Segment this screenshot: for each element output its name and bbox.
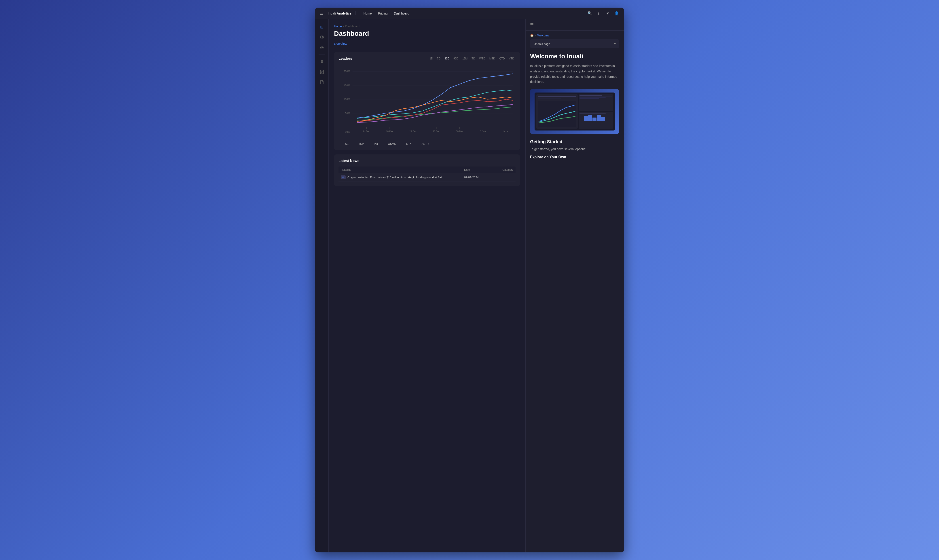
preview-right-panel	[578, 94, 613, 129]
legend-inj: INJ	[367, 142, 378, 146]
content-area: Home / Dashboard Dashboard Overview Lead…	[328, 19, 526, 552]
user-icon[interactable]: 👤	[613, 10, 620, 17]
legend-label-stx: STX	[406, 142, 412, 146]
svg-text:3 Jan: 3 Jan	[480, 130, 486, 133]
time-btn-ytd[interactable]: YTD	[507, 56, 515, 61]
news-headline-cell: ✉ Crypto custodian Finco raises $15 mill…	[341, 175, 459, 179]
legend-dot-sei	[339, 144, 344, 144]
news-table: Headline Date Category ✉ Crypto custodia…	[339, 166, 515, 182]
news-source-icon: ✉	[341, 175, 345, 179]
breadcrumb-current: Dashboard	[345, 25, 359, 28]
panel-breadcrumb: 🏠 › Welcome	[526, 31, 624, 39]
sidebar-icon-file[interactable]	[318, 78, 326, 86]
legend-dot-icp	[353, 144, 358, 144]
tab-overview[interactable]: Overview	[334, 42, 347, 48]
svg-text:100%: 100%	[344, 98, 350, 100]
time-btn-7d[interactable]: 7D	[436, 56, 442, 61]
legend-label-sei: SEI	[345, 142, 349, 146]
panel-breadcrumb-chevron: ›	[535, 34, 536, 37]
legend-osmo: OSMO	[381, 142, 396, 146]
panel-content: Welcome to Inuali Inuali is a platform d…	[526, 53, 624, 165]
panel-home-icon[interactable]: 🏠	[530, 34, 533, 37]
news-title: Latest News	[339, 159, 515, 163]
svg-text:22 Dec: 22 Dec	[409, 130, 417, 133]
sidebar-icon-chart[interactable]	[318, 33, 326, 42]
time-btn-td[interactable]: TD	[470, 56, 476, 61]
brand-logo: Inuali Analytics	[328, 11, 356, 15]
legend-dot-inj	[367, 144, 373, 144]
dashboard-preview-image	[530, 89, 619, 134]
nav-hamburger-icon[interactable]: ☰	[319, 10, 324, 17]
explore-on-your-own-heading: Explore on Your Own	[530, 155, 619, 159]
legend-label-inj: INJ	[374, 142, 378, 146]
svg-text:200%: 200%	[344, 70, 350, 72]
right-panel: ☰ 🏠 › Welcome On this page ▾ Welcome to …	[526, 19, 624, 552]
sidebar-icon-document[interactable]	[318, 68, 326, 76]
legend-label-osmo: OSMO	[388, 142, 396, 146]
svg-text:50%: 50%	[345, 112, 350, 115]
nav-link-pricing[interactable]: Pricing	[375, 10, 390, 17]
on-this-page-chevron-icon: ▾	[614, 42, 616, 46]
chart-legend: SEI ICP INJ OSMO	[339, 142, 515, 146]
preview-right-top	[578, 94, 613, 111]
chart-title: Leaders	[339, 57, 352, 60]
preview-left-panel	[537, 94, 578, 129]
svg-text:-50%: -50%	[344, 131, 350, 133]
info-icon[interactable]: ℹ	[595, 10, 602, 17]
sidebar-icon-target[interactable]	[318, 43, 326, 52]
theme-icon[interactable]: ☀	[604, 10, 611, 17]
svg-text:150%: 150%	[344, 84, 350, 87]
legend-sei: SEI	[339, 142, 349, 146]
sidebar-divider	[319, 54, 325, 55]
leaders-chart-svg: 200% 150% 100% 50% -50%	[339, 65, 515, 139]
svg-text:14 Dec: 14 Dec	[363, 130, 370, 133]
time-filters: 1D 7D 30D 90D 12M TD WTD MTD QTD YTD	[428, 56, 515, 61]
nav-link-dashboard[interactable]: Dashboard	[391, 10, 412, 17]
breadcrumb-home[interactable]: Home	[334, 25, 342, 28]
legend-dot-astr	[415, 144, 420, 144]
legend-icp: ICP	[353, 142, 364, 146]
page-title: Dashboard	[334, 30, 520, 37]
getting-started-text: To get started, you have several options…	[530, 146, 619, 152]
sidebar: ⊞ $	[315, 19, 328, 552]
time-btn-qtd[interactable]: QTD	[498, 56, 506, 61]
nav-icon-group: 🔍 ℹ ☀ 👤	[586, 10, 620, 17]
table-row[interactable]: ✉ Crypto custodian Finco raises $15 mill…	[339, 173, 515, 182]
news-card: Latest News Headline Date Category	[334, 154, 520, 186]
time-btn-wtd[interactable]: WTD	[478, 56, 487, 61]
sidebar-icon-grid[interactable]: ⊞	[318, 23, 326, 31]
welcome-text: Inuali is a platform designed to assist …	[530, 63, 619, 85]
legend-dot-stx	[400, 144, 405, 144]
brand-part1: Inuali	[328, 11, 336, 15]
on-this-page-label: On this page	[533, 42, 550, 46]
time-btn-1d[interactable]: 1D	[428, 56, 434, 61]
sidebar-icon-dollar[interactable]: $	[318, 57, 326, 66]
legend-label-astr: ASTR	[421, 142, 429, 146]
time-btn-mtd[interactable]: MTD	[488, 56, 496, 61]
svg-text:26 Dec: 26 Dec	[433, 130, 440, 133]
panel-hamburger-icon[interactable]: ☰	[530, 22, 533, 27]
preview-inner	[530, 89, 619, 134]
legend-astr: ASTR	[415, 142, 429, 146]
breadcrumb-separator: /	[343, 25, 344, 28]
preview-right-bottom	[578, 112, 613, 129]
news-headline-text: Crypto custodian Finco raises $15 millio…	[347, 175, 444, 179]
leaders-chart-card: Leaders 1D 7D 30D 90D 12M TD WTD MTD QTD…	[334, 52, 520, 150]
brand-part2: Analytics	[337, 11, 352, 15]
nav-links: Home Pricing Dashboard	[361, 10, 583, 17]
panel-breadcrumb-current: Welcome	[537, 34, 549, 37]
legend-stx: STX	[400, 142, 412, 146]
time-btn-90d[interactable]: 90D	[452, 56, 459, 61]
chart-header: Leaders 1D 7D 30D 90D 12M TD WTD MTD QTD…	[339, 56, 515, 61]
chart-container: 200% 150% 100% 50% -50%	[339, 65, 515, 146]
news-col-headline: Headline	[339, 166, 462, 173]
news-col-category: Category	[489, 166, 515, 173]
time-btn-30d[interactable]: 30D	[443, 56, 451, 61]
news-date: 09/01/2024	[462, 173, 489, 182]
nav-link-home[interactable]: Home	[361, 10, 375, 17]
time-btn-12m[interactable]: 12M	[461, 56, 469, 61]
legend-label-icp: ICP	[359, 142, 364, 146]
on-this-page-toggle[interactable]: On this page ▾	[530, 39, 619, 48]
search-icon[interactable]: 🔍	[586, 10, 594, 17]
legend-dot-osmo	[381, 144, 387, 144]
